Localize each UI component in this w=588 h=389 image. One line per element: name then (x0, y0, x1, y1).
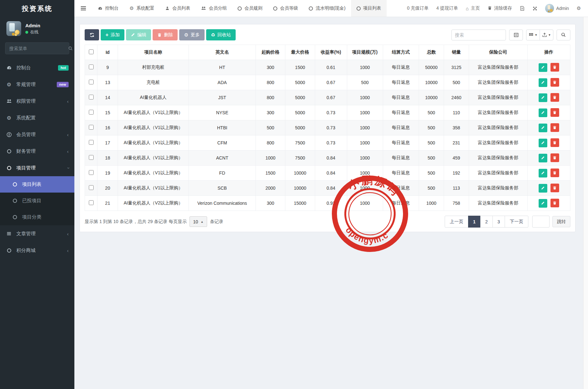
tab-project-list[interactable]: 项目列表 (351, 0, 387, 17)
column-header-min-price[interactable]: 起购价格 (256, 45, 285, 60)
pagination-next[interactable]: 下一页 (505, 216, 528, 228)
tab-member-list[interactable]: 会员列表 (160, 0, 196, 17)
page-jump-button[interactable]: 跳转 (552, 216, 570, 227)
row-checkbox[interactable] (89, 155, 94, 160)
column-header-insurance[interactable]: 保险公司 (469, 45, 527, 60)
tab-dashboard[interactable]: 控制台 (92, 0, 124, 17)
sidebar-item-finance[interactable]: 财务管理 ‹ (0, 143, 74, 160)
speedometer-icon (6, 65, 12, 71)
row-edit-button[interactable] (539, 108, 547, 117)
sidebar-subitem-project-categories[interactable]: 项目分类 (0, 209, 74, 225)
row-checkbox[interactable] (89, 125, 94, 130)
export-button[interactable]: ▼ (540, 30, 553, 40)
home-link[interactable]: ⌂ 主页 (466, 5, 480, 11)
sidebar-item-articles[interactable]: 文章管理 ‹ (0, 225, 74, 242)
row-delete-button[interactable] (550, 153, 559, 162)
pagination-prev[interactable]: 上一页 (445, 216, 468, 228)
recharge-orders-link[interactable]: 0 充值订单 (407, 5, 429, 11)
row-edit-button[interactable] (539, 154, 547, 162)
sidebar-item-points-mall[interactable]: 积分商城 ‹ (0, 242, 74, 259)
refresh-button[interactable] (85, 29, 99, 40)
page-size-select[interactable]: 10 ▲ (189, 216, 207, 227)
sidebar-item-permissions[interactable]: 权限管理 ‹ (0, 93, 74, 109)
row-checkbox[interactable] (89, 200, 94, 205)
recycle-bin-button[interactable]: ♻ 回收站 (206, 29, 236, 40)
sidebar-item-general[interactable]: ⚙ 常规管理 new (0, 76, 74, 93)
row-delete-button[interactable] (550, 78, 559, 87)
column-header-settlement[interactable]: 结算方式 (383, 45, 419, 60)
cell-min-price: 800 (256, 135, 285, 151)
sidebar-item-projects[interactable]: 项目管理 ‹ (0, 160, 74, 176)
row-delete-button[interactable] (550, 199, 559, 207)
search-icon[interactable] (67, 46, 74, 51)
sidebar-toggle-button[interactable] (74, 0, 92, 17)
fullscreen-button[interactable] (533, 6, 537, 11)
language-button[interactable] (520, 6, 525, 11)
row-edit-button[interactable] (539, 63, 547, 72)
column-header-max-price[interactable]: 最大价格 (285, 45, 315, 60)
cell-max-price: 7500 (285, 135, 315, 151)
table-search-input[interactable] (451, 30, 506, 40)
tab-system-config[interactable]: ⚙ 系统配置 (124, 0, 160, 17)
row-checkbox[interactable] (89, 65, 94, 69)
page-jump-input[interactable] (532, 216, 550, 228)
page-size-value: 10 (193, 219, 198, 224)
column-header-project-name[interactable]: 项目名称 (118, 45, 189, 60)
detail-view-button[interactable] (509, 30, 523, 40)
row-checkbox[interactable] (89, 185, 94, 190)
columns-toggle-button[interactable]: ▼ (526, 30, 540, 40)
add-button[interactable]: + 添加 (101, 29, 124, 40)
more-button[interactable]: ⚙ 更多 (179, 29, 204, 40)
row-edit-button[interactable] (539, 78, 547, 87)
cell-scale: 1000 (347, 166, 383, 181)
row-checkbox[interactable] (89, 140, 94, 145)
row-checkbox[interactable] (89, 80, 94, 84)
column-header-total[interactable]: 总数 (419, 45, 444, 60)
column-header-sales[interactable]: 销量 (444, 45, 469, 60)
chevron-down-icon: ‹ (65, 167, 71, 169)
row-delete-button[interactable] (550, 123, 559, 132)
scrollbar[interactable] (583, 17, 588, 389)
row-edit-button[interactable] (539, 139, 547, 147)
column-header-id[interactable]: Id (97, 45, 118, 60)
row-delete-button[interactable] (550, 184, 559, 192)
pagination-page-1[interactable]: 1 (468, 216, 481, 228)
search-button[interactable] (557, 30, 570, 40)
delete-button[interactable]: 删除 (153, 29, 178, 40)
sidebar-item-dashboard[interactable]: 控制台 hot (0, 59, 74, 76)
pagination-page-3[interactable]: 3 (492, 216, 505, 228)
column-header-english-name[interactable]: 英文名 (189, 45, 256, 60)
select-all-checkbox[interactable] (89, 49, 94, 54)
row-delete-button[interactable] (550, 169, 559, 177)
withdraw-orders-link[interactable]: 4 提现订单 (436, 5, 458, 11)
settings-cogs-button[interactable]: ⚙ (577, 5, 581, 11)
sidebar-subitem-invested-projects[interactable]: 已投项目 (0, 193, 74, 209)
sidebar-search-input[interactable] (9, 46, 67, 51)
row-edit-button[interactable] (539, 169, 547, 177)
tab-member-levels[interactable]: 会员等级 (268, 0, 303, 17)
row-checkbox[interactable] (89, 110, 94, 115)
table-row: 9 村部充电桩 HT 300 1500 0.61 1000 每日返息 50000… (85, 60, 570, 75)
tab-member-groups[interactable]: 会员分组 (196, 0, 232, 17)
admin-menu[interactable]: Admin (545, 4, 569, 13)
tab-member-rules[interactable]: 会员规则 (232, 0, 268, 17)
row-delete-button[interactable] (550, 63, 559, 72)
sidebar-item-members[interactable]: 会员管理 ‹ (0, 126, 74, 143)
row-checkbox[interactable] (89, 95, 94, 99)
sidebar-item-system-config[interactable]: ⚙ 系统配置 (0, 109, 74, 126)
clear-cache-link[interactable]: 清除缓存 (488, 5, 512, 11)
row-delete-button[interactable] (550, 138, 559, 147)
edit-button[interactable]: 编辑 (126, 29, 151, 40)
row-checkbox[interactable] (89, 170, 94, 175)
sidebar-subitem-project-list[interactable]: 项目列表 (0, 176, 74, 193)
row-delete-button[interactable] (550, 108, 559, 117)
row-delete-button[interactable] (550, 93, 559, 102)
column-header-yield[interactable]: 收益率(%) (315, 45, 347, 60)
row-edit-button[interactable] (539, 124, 547, 132)
pagination-page-2[interactable]: 2 (480, 216, 493, 228)
tab-cash-flow[interactable]: 流水明细(现金) (303, 0, 351, 17)
column-header-scale[interactable]: 项目规模(万) (347, 45, 383, 60)
row-edit-button[interactable] (539, 93, 547, 102)
row-edit-button[interactable] (539, 184, 547, 193)
row-edit-button[interactable] (539, 199, 547, 208)
